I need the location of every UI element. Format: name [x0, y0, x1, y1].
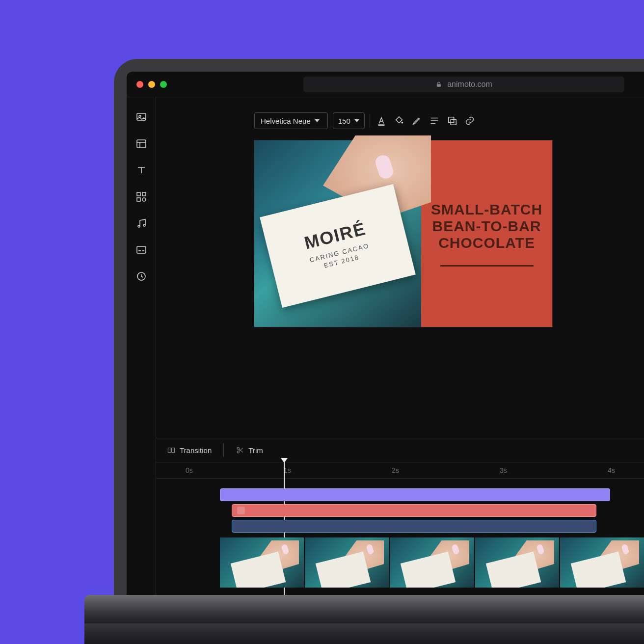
sidebar-subtitle-icon[interactable]	[135, 243, 148, 256]
highlight-button[interactable]	[410, 114, 423, 127]
video-track[interactable]	[220, 537, 644, 588]
app-body: Helvetica Neue 150	[127, 97, 644, 595]
link-button[interactable]	[463, 114, 476, 127]
video-thumb	[560, 537, 644, 588]
sidebar-time-icon[interactable]	[135, 270, 148, 283]
video-thumb	[475, 537, 559, 588]
layer-button[interactable]	[446, 114, 458, 127]
svg-rect-15	[451, 119, 456, 125]
sidebar-layout-icon[interactable]	[135, 137, 148, 150]
canvas[interactable]: MOIRÉ CARING CACAO EST 2018 SMALL-BATCH …	[254, 140, 552, 327]
ruler-mark: 0s	[186, 466, 193, 474]
transition-icon	[167, 446, 176, 455]
timeline-clip-element[interactable]	[232, 520, 596, 533]
sidebar-media-icon[interactable]	[135, 111, 148, 124]
svg-point-7	[142, 198, 146, 201]
laptop-hinge	[84, 595, 644, 624]
video-thumb	[220, 537, 304, 588]
fill-color-button[interactable]	[393, 114, 405, 127]
timeline-clip-overlay[interactable]	[232, 504, 596, 517]
timeline-clip-text[interactable]	[220, 488, 610, 501]
chevron-down-icon	[315, 119, 320, 122]
slogan-line-2: BEAN-TO-BAR	[432, 218, 541, 235]
svg-rect-3	[137, 140, 146, 148]
font-size-select[interactable]: 150	[333, 112, 365, 129]
time-ruler[interactable]: 0s 1s 2s 3s 4s	[156, 462, 644, 479]
slogan-rule	[440, 265, 534, 267]
svg-rect-10	[137, 246, 146, 253]
svg-rect-16	[168, 448, 171, 453]
ruler-mark: 3s	[500, 466, 507, 474]
trim-button[interactable]: Trim	[236, 446, 263, 455]
main: Helvetica Neue 150	[156, 97, 644, 595]
separator	[370, 114, 370, 128]
font-family-label: Helvetica Neue	[261, 117, 311, 125]
window-close-button[interactable]	[136, 81, 143, 88]
svg-rect-4	[137, 192, 140, 196]
sidebar-text-icon[interactable]	[135, 164, 148, 177]
address-bar[interactable]: animoto.com	[303, 77, 624, 92]
svg-rect-5	[142, 192, 146, 196]
screen: animoto.com Helvetica Neue	[127, 72, 644, 595]
text-toolbar: Helvetica Neue 150	[254, 107, 644, 134]
sidebar-design-icon[interactable]	[135, 190, 148, 203]
timeline: Transition Trim 0s 1s 2s 3s 4s	[156, 438, 644, 595]
separator	[223, 443, 224, 457]
window-zoom-button[interactable]	[160, 81, 167, 88]
sidebar-music-icon[interactable]	[135, 217, 148, 230]
slogan-line-1: SMALL-BATCH	[431, 201, 542, 218]
product-card: MOIRÉ CARING CACAO EST 2018	[260, 184, 416, 308]
tracks	[156, 479, 644, 588]
window-minimize-button[interactable]	[148, 81, 155, 88]
laptop-base	[84, 623, 644, 644]
font-size-label: 150	[338, 117, 350, 125]
svg-rect-0	[437, 84, 441, 86]
video-thumb	[305, 537, 389, 588]
transition-label: Transition	[180, 446, 212, 455]
text-color-button[interactable]	[375, 114, 388, 127]
slogan-line-3: CHOCOLATE	[438, 235, 535, 251]
svg-rect-6	[137, 198, 140, 201]
svg-rect-17	[172, 448, 175, 453]
svg-rect-12	[378, 124, 384, 126]
stage: MOIRÉ CARING CACAO EST 2018 SMALL-BATCH …	[156, 138, 644, 438]
transition-button[interactable]: Transition	[167, 446, 212, 455]
timeline-tools: Transition Trim	[156, 438, 644, 462]
canvas-photo: MOIRÉ CARING CACAO EST 2018	[254, 140, 421, 327]
laptop-mockup: animoto.com Helvetica Neue	[114, 59, 644, 644]
lock-icon	[435, 81, 442, 88]
sidebar	[127, 97, 156, 595]
chevron-down-icon	[354, 119, 359, 122]
svg-point-9	[143, 224, 145, 226]
svg-point-8	[138, 225, 140, 227]
svg-point-13	[401, 122, 403, 124]
svg-rect-14	[448, 117, 454, 123]
align-button[interactable]	[428, 114, 441, 127]
video-thumb	[390, 537, 474, 588]
font-family-select[interactable]: Helvetica Neue	[254, 112, 328, 129]
scissors-icon	[236, 446, 244, 455]
browser-titlebar: animoto.com	[127, 72, 644, 97]
ruler-mark: 2s	[392, 466, 399, 474]
trim-label: Trim	[248, 446, 263, 455]
canvas-text-panel[interactable]: SMALL-BATCH BEAN-TO-BAR CHOCOLATE	[421, 140, 552, 327]
ruler-mark: 4s	[608, 466, 615, 474]
ruler-mark: 1s	[284, 466, 291, 474]
address-text: animoto.com	[447, 80, 492, 89]
